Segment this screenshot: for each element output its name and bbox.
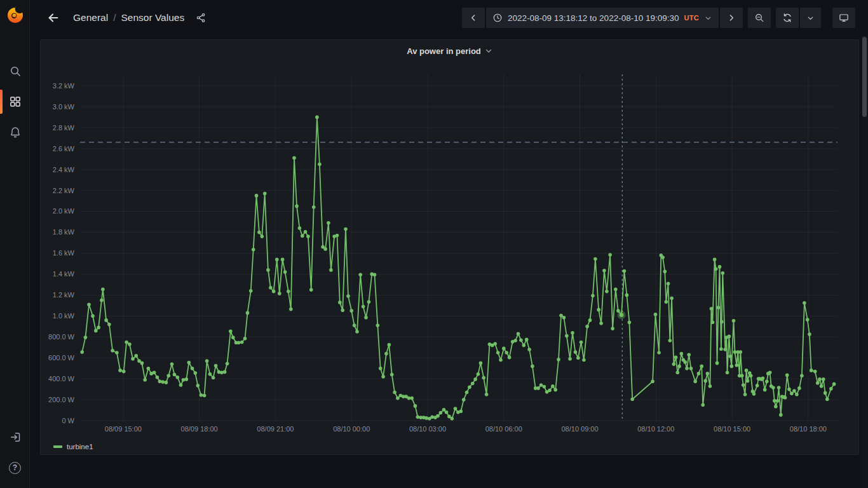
svg-text:1.4 kW: 1.4 kW [53, 270, 75, 278]
svg-text:200.0 W: 200.0 W [48, 396, 75, 403]
svg-text:1.6 kW: 1.6 kW [53, 249, 75, 257]
svg-text:08/10 06:00: 08/10 06:00 [485, 425, 522, 433]
chevron-right-icon [726, 13, 736, 23]
svg-text:08/10 00:00: 08/10 00:00 [333, 425, 370, 433]
sidebar-item-help[interactable]: ? [0, 456, 30, 480]
panel-title-menu[interactable]: Av power in period [41, 40, 858, 62]
chevron-down-icon [485, 47, 492, 55]
page-scrollbar [862, 36, 867, 488]
timeseries-plot[interactable]: 0 W200.0 W400.0 W600.0 W800.0 W1.0 kW1.2… [46, 62, 855, 442]
svg-text:2.8 kW: 2.8 kW [53, 124, 75, 132]
breadcrumb-page: Sensor Values [121, 12, 184, 24]
svg-text:1.0 kW: 1.0 kW [53, 312, 75, 320]
grafana-logo[interactable] [3, 3, 27, 27]
share-dashboard-button[interactable] [196, 13, 206, 23]
sign-in-icon [9, 431, 22, 444]
time-range-button[interactable]: 2022-08-09 13:18:12 to 2022-08-10 19:09:… [486, 8, 719, 28]
x-tick-labels: 08/09 15:0008/09 18:0008/09 21:0008/10 0… [105, 425, 827, 433]
monitor-icon [839, 13, 849, 23]
refresh-interval-dropdown[interactable] [800, 8, 821, 28]
share-icon [196, 13, 206, 23]
sidebar-item-dashboards[interactable] [0, 90, 30, 114]
time-picker-group: 2022-08-09 13:18:12 to 2022-08-10 19:09:… [462, 8, 743, 28]
svg-text:08/10 09:00: 08/10 09:00 [561, 425, 598, 433]
timezone-label: UTC [684, 14, 699, 22]
sidebar: ? [0, 0, 30, 488]
chevron-left-icon [468, 13, 478, 23]
refresh-group [776, 8, 821, 28]
svg-text:1.2 kW: 1.2 kW [53, 291, 75, 299]
breadcrumb-separator: / [113, 12, 116, 24]
time-range-label: 2022-08-09 13:18:12 to 2022-08-10 19:09:… [508, 13, 679, 23]
bell-icon [9, 126, 22, 139]
svg-text:08/09 15:00: 08/09 15:00 [105, 425, 142, 433]
toolbar-right: 2022-08-09 13:18:12 to 2022-08-10 19:09:… [462, 8, 855, 28]
svg-text:400.0 W: 400.0 W [48, 375, 75, 383]
grafana-logo-icon [5, 5, 25, 25]
highlighted-point[interactable] [620, 313, 623, 316]
svg-text:0 W: 0 W [62, 417, 74, 424]
svg-text:08/09 21:00: 08/09 21:00 [257, 425, 294, 433]
legend-swatch [53, 445, 62, 448]
svg-text:2.2 kW: 2.2 kW [53, 187, 75, 194]
svg-text:800.0 W: 800.0 W [48, 333, 75, 341]
scrollbar-thumb[interactable] [862, 37, 867, 117]
svg-text:3.2 kW: 3.2 kW [53, 82, 75, 90]
clock-icon [492, 13, 503, 23]
chevron-down-icon [704, 14, 712, 22]
refresh-button[interactable] [776, 8, 799, 28]
panel-title: Av power in period [407, 46, 481, 56]
svg-text:08/09 18:00: 08/09 18:00 [181, 425, 218, 433]
time-shift-forward-button[interactable] [720, 8, 743, 28]
zoom-out-icon [754, 13, 764, 23]
search-icon [9, 65, 22, 78]
sidebar-item-alerting[interactable] [0, 120, 30, 144]
refresh-icon [782, 13, 792, 23]
svg-text:2.6 kW: 2.6 kW [53, 145, 75, 152]
y-tick-labels: 0 W200.0 W400.0 W600.0 W800.0 W1.0 kW1.2… [48, 82, 75, 424]
svg-text:08/10 18:00: 08/10 18:00 [790, 425, 827, 433]
zoom-out-time-button[interactable] [748, 8, 771, 28]
topbar: General / Sensor Values 2022-08-09 13:18… [30, 0, 868, 36]
time-shift-back-button[interactable] [462, 8, 485, 28]
help-icon: ? [9, 462, 21, 474]
breadcrumb: General / Sensor Values [73, 12, 206, 24]
svg-text:600.0 W: 600.0 W [48, 354, 75, 362]
back-button[interactable] [44, 8, 63, 27]
svg-text:2.0 kW: 2.0 kW [53, 207, 75, 215]
sidebar-item-search[interactable] [0, 59, 30, 83]
apps-grid-icon [9, 95, 22, 108]
breadcrumb-section[interactable]: General [73, 12, 108, 24]
legend-label-turbine1[interactable]: turbine1 [67, 443, 93, 451]
panel-av-power: Av power in period 0 W200.0 W400.0 W600.… [40, 39, 859, 455]
svg-text:1.8 kW: 1.8 kW [53, 228, 75, 236]
svg-text:08/10 03:00: 08/10 03:00 [409, 425, 446, 433]
svg-text:08/10 12:00: 08/10 12:00 [637, 425, 674, 433]
chart-area: 0 W200.0 W400.0 W600.0 W800.0 W1.0 kW1.2… [41, 62, 858, 444]
svg-text:3.0 kW: 3.0 kW [53, 103, 75, 111]
cycle-view-mode-button[interactable] [832, 8, 855, 28]
svg-text:2.4 kW: 2.4 kW [53, 166, 75, 173]
chevron-down-icon [806, 14, 815, 22]
svg-text:08/10 15:00: 08/10 15:00 [714, 425, 750, 433]
series-points-turbine1 [80, 116, 836, 421]
arrow-left-icon [46, 11, 60, 25]
sidebar-item-sign-in[interactable] [0, 425, 30, 449]
